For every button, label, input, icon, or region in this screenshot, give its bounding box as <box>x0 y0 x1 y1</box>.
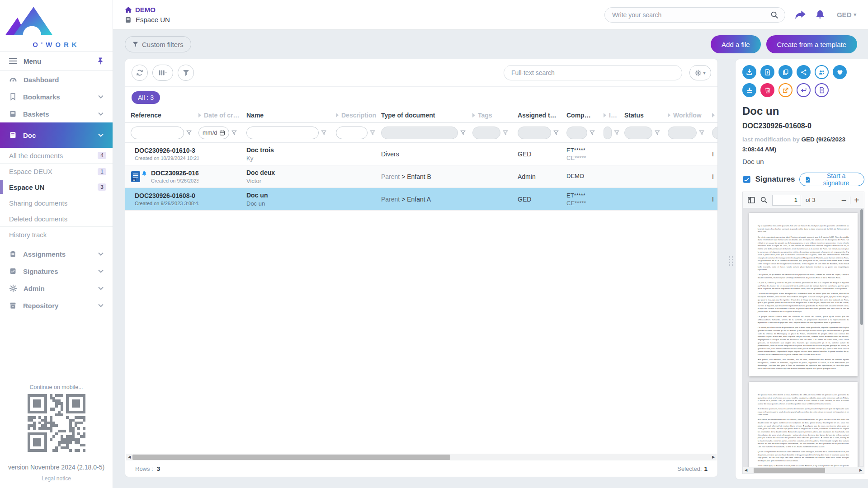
filter-button[interactable] <box>178 65 194 81</box>
column-header-i[interactable]: I… <box>604 112 624 119</box>
sidebar-item-dashboard[interactable]: Dashboard <box>0 71 113 88</box>
breadcrumb-home[interactable]: DEMO <box>125 6 170 14</box>
legal-notice-link[interactable]: Legal notice <box>0 475 113 482</box>
open-external-button[interactable] <box>778 83 793 97</box>
sidebar-item-espace-un[interactable]: Espace UN 3 <box>0 179 113 195</box>
filter-name-input[interactable] <box>246 127 319 139</box>
filter-tags-input[interactable] <box>472 127 500 139</box>
table-row[interactable]: DOC230926-01610-3 Created on 10/29/2024 … <box>125 143 717 165</box>
pdf-sidebar-toggle-icon[interactable] <box>747 197 755 204</box>
funnel-icon[interactable] <box>503 130 508 136</box>
sidebar-item-assignments[interactable]: Assignments <box>0 245 113 263</box>
filter-y-input[interactable] <box>712 127 717 139</box>
scrollbar-thumb[interactable] <box>754 468 825 473</box>
scroll-right-arrow[interactable]: ▶ <box>710 454 717 460</box>
sidebar-item-admin[interactable]: Admin <box>0 280 113 297</box>
sidebar-item-deleted-documents[interactable]: Deleted documents <box>0 211 113 227</box>
refresh-button[interactable] <box>132 65 148 81</box>
add-file-button[interactable]: Add a file <box>711 35 761 53</box>
column-header-y[interactable]: Y… <box>712 112 717 119</box>
fulltext-search-input[interactable] <box>504 65 682 80</box>
export-file-button[interactable] <box>760 65 774 79</box>
filter-company-input[interactable] <box>566 127 587 139</box>
copy-button[interactable] <box>778 65 793 79</box>
column-header-reference[interactable]: Reference <box>131 112 198 119</box>
column-header-workflow[interactable]: Workflow <box>668 112 712 119</box>
column-header-company[interactable]: Comp… <box>566 112 604 119</box>
table-row-selected[interactable]: DOC230926-01608-0 Created on 9/26/2023 3… <box>125 188 717 211</box>
scrollbar-thumb[interactable] <box>132 455 450 460</box>
funnel-icon[interactable] <box>186 130 192 136</box>
funnel-icon[interactable] <box>231 130 237 136</box>
funnel-icon[interactable] <box>553 130 559 136</box>
filter-workflow-input[interactable] <box>668 127 697 139</box>
zoom-out-button[interactable]: − <box>841 196 847 205</box>
funnel-icon[interactable] <box>321 130 326 136</box>
tab-all[interactable]: All : 3 <box>132 91 160 104</box>
filter-description-input[interactable] <box>336 127 368 139</box>
pdf-vertical-scrollbar[interactable] <box>860 209 863 466</box>
pdf-pages-area[interactable]: Il y a aujourd'hui trois cent quarante-h… <box>743 208 864 467</box>
document-properties-button[interactable] <box>815 83 829 97</box>
stamp-button[interactable] <box>742 83 756 97</box>
zoom-in-button[interactable]: + <box>854 196 859 205</box>
download-button[interactable] <box>742 65 756 79</box>
scroll-left-arrow[interactable]: ◀ <box>126 454 132 460</box>
list-settings-button[interactable]: ▾ <box>689 65 711 80</box>
menu-toggle[interactable]: Menu <box>0 51 113 71</box>
create-template-button[interactable]: Create from a template <box>766 35 857 53</box>
filter-assigned-input[interactable] <box>518 127 551 139</box>
scrollbar-thumb[interactable] <box>860 209 863 325</box>
share-icon[interactable] <box>794 10 806 20</box>
users-button[interactable] <box>815 65 829 79</box>
column-header-assigned[interactable]: Assigned t… <box>518 112 566 119</box>
panel-resize-handle[interactable] <box>729 256 734 266</box>
filter-i-input[interactable] <box>604 127 612 139</box>
sidebar-item-repository[interactable]: Repository <box>0 297 113 314</box>
pdf-horizontal-scrollbar[interactable]: ◀ ▶ <box>743 467 864 474</box>
column-header-name[interactable]: Name <box>246 112 336 119</box>
custom-filters-button[interactable]: Custom filters <box>125 36 191 52</box>
pdf-page-input[interactable] <box>772 195 801 206</box>
pdf-search-icon[interactable] <box>760 196 768 204</box>
columns-button[interactable] <box>152 65 173 81</box>
sidebar-item-bookmarks[interactable]: Bookmarks <box>0 88 113 105</box>
table-row[interactable]: w DOC230926-01609-0 Created on 9/26/2023… <box>125 165 717 188</box>
sidebar-item-history-track[interactable]: History track <box>0 227 113 243</box>
search-icon[interactable] <box>770 11 778 19</box>
sidebar-item-espace-deux[interactable]: Espace DEUX 1 <box>0 164 113 179</box>
sidebar-item-signatures[interactable]: Signatures <box>0 263 113 280</box>
user-menu[interactable]: GED ▾ <box>837 11 856 19</box>
scroll-right-arrow[interactable]: ▶ <box>858 467 864 474</box>
scroll-left-arrow[interactable]: ◀ <box>743 467 749 474</box>
global-search-input[interactable] <box>611 11 770 19</box>
breadcrumb-space[interactable]: Espace UN <box>125 16 170 23</box>
column-header-type[interactable]: Type of document <box>381 112 472 119</box>
sidebar-item-baskets[interactable]: Baskets <box>0 105 113 122</box>
notifications-bell-icon[interactable] <box>815 9 825 20</box>
funnel-icon[interactable] <box>590 130 595 136</box>
funnel-icon[interactable] <box>699 130 704 136</box>
column-header-status[interactable]: Status <box>624 112 668 119</box>
funnel-icon[interactable] <box>655 130 660 136</box>
filter-date-input[interactable]: mm/d <box>198 127 229 139</box>
share-nodes-button[interactable] <box>797 65 811 79</box>
filter-status-input[interactable] <box>624 127 652 139</box>
filter-type-input[interactable] <box>381 127 458 139</box>
delete-button[interactable] <box>760 83 774 97</box>
return-button[interactable] <box>797 83 811 97</box>
horizontal-scrollbar[interactable]: ◀ ▶ <box>126 454 717 460</box>
funnel-icon[interactable] <box>614 130 619 136</box>
sidebar-item-sharing-documents[interactable]: Sharing documents <box>0 195 113 211</box>
funnel-icon[interactable] <box>460 130 466 136</box>
pin-icon[interactable] <box>97 57 104 65</box>
funnel-icon[interactable] <box>370 130 375 136</box>
column-header-date[interactable]: Date of cr… <box>198 112 246 119</box>
start-signature-button[interactable]: Start a signature <box>799 173 865 186</box>
sidebar-item-all-documents[interactable]: All the documents 4 <box>0 148 113 164</box>
column-header-tags[interactable]: Tags <box>472 112 518 119</box>
sidebar-item-doc[interactable]: Doc <box>0 122 113 148</box>
favorite-button[interactable] <box>833 65 847 79</box>
column-header-description[interactable]: Description <box>336 112 381 119</box>
filter-reference-input[interactable] <box>131 127 184 139</box>
